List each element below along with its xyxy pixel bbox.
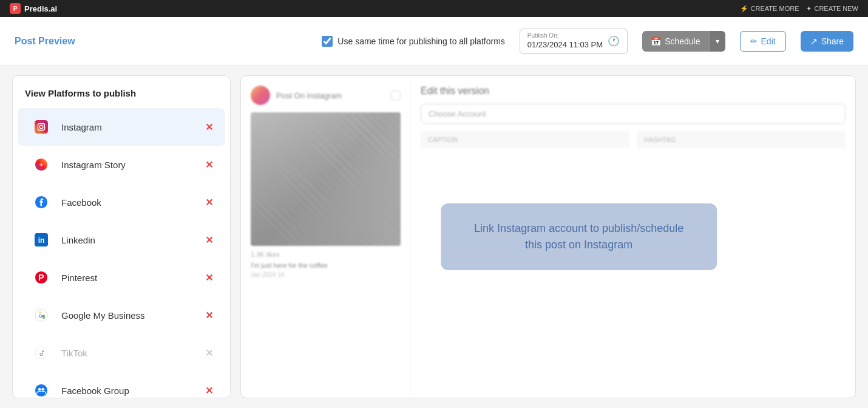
svg-point-17 [35,384,47,396]
platform-item-linkedin[interactable]: in Linkedin✕ [18,221,225,259]
platform-icon-linkedin: in [30,228,53,251]
logo-icon: P [10,3,21,14]
platform-name: Facebook [61,197,197,208]
publish-on-label: Publish On: [527,33,603,39]
svg-point-19 [41,388,44,391]
remove-platform-icon[interactable]: ✕ [205,197,213,208]
preview-post-label: Post On Instagram [276,91,342,100]
share-button[interactable]: ↗ Share [801,31,853,52]
remove-platform-icon[interactable]: ✕ [205,234,213,246]
remove-platform-icon[interactable]: ✕ [205,310,213,321]
platform-item-instagram[interactable]: Instagram✕ [18,108,225,146]
preview-left: Post On Instagram 1.3K likes I'm just he… [241,76,411,398]
platform-item-google-my-business[interactable]: G o ● g Google My Business✕ [18,296,225,334]
platform-name: Pinterest [61,273,197,283]
publish-on-box[interactable]: Publish On: 01/23/2024 11:03 PM 🕐 [520,29,628,54]
platform-name: Linkedin [61,235,197,245]
header: Post Preview Use same time for publishin… [0,17,868,66]
edit-button[interactable]: ✏ Edit [740,31,786,52]
remove-platform-icon[interactable]: ✕ [205,385,213,396]
link-overlay: Link Instagram account to publish/schedu… [441,203,717,270]
platform-item-facebook[interactable]: Facebook✕ [18,183,225,221]
lightning-icon: ⚡ [740,5,748,13]
create-new-button[interactable]: ✦ CREATE NEW [806,5,858,13]
remove-platform-icon[interactable]: ✕ [205,347,213,359]
same-time-checkbox[interactable] [322,36,333,47]
publish-on-value: 01/23/2024 11:03 PM [527,40,603,49]
svg-text:g: g [42,313,45,319]
platform-icon-tiktok [30,341,53,364]
create-more-button[interactable]: ⚡ CREATE MORE [740,5,799,13]
logo-text: Predis.ai [24,4,57,13]
svg-text:in: in [38,236,45,245]
platform-icon-instagram-story: + [30,153,53,176]
left-panel: View Platforms to publish Instagram✕ + I… [12,75,231,398]
preview-header: Post On Instagram [251,86,401,105]
plus-icon: ✦ [806,5,812,13]
preview-image [251,112,401,246]
svg-text:P: P [38,273,44,282]
pencil-icon: ✏ [750,36,758,46]
publish-on-info: Publish On: 01/23/2024 11:03 PM [527,33,603,50]
same-time-label: Use same time for publishing to all plat… [337,36,504,46]
share-icon: ↗ [810,36,818,46]
preview-checkbox[interactable] [391,90,401,100]
schedule-dropdown-button[interactable]: ▾ [709,31,725,52]
calendar-icon: 📅 [651,36,661,46]
platform-icon-facebook [30,191,53,214]
clock-icon[interactable]: 🕐 [608,35,620,47]
platform-name: Instagram [61,122,197,132]
svg-point-3 [44,124,45,125]
right-panel: Post On Instagram 1.3K likes I'm just he… [240,75,856,398]
svg-text:●: ● [39,310,41,314]
logo: P Predis.ai [10,3,57,14]
main-content: View Platforms to publish Instagram✕ + I… [0,66,868,408]
platform-icon-instagram [30,115,53,138]
platform-icon-pinterest: P [30,266,53,289]
preview-caption: I'm just here for the coffee [251,262,401,269]
platform-list: Instagram✕ + Instagram Story✕ Facebook✕ … [13,108,230,398]
schedule-button[interactable]: 📅 Schedule [642,31,708,52]
preview-date: Jan 2024 14 [251,271,401,278]
platform-item-facebook-group[interactable]: Facebook Group✕ [18,372,225,398]
preview-stats: 1.3K likes [251,251,401,258]
panel-title: View Platforms to publish [13,88,230,108]
platform-item-pinterest[interactable]: P Pinterest✕ [18,259,225,296]
same-time-row: Use same time for publishing to all plat… [322,36,504,47]
svg-rect-0 [35,120,48,134]
same-time-checkbox-wrapper[interactable]: Use same time for publishing to all plat… [322,36,504,47]
choose-account-select[interactable]: Choose Account [421,104,846,124]
platform-icon-facebook-group [30,379,53,398]
post-preview-title: Post Preview [15,36,75,47]
caption-block: CAPTION [421,131,629,148]
hashtag-block: HASHTAG [637,131,846,148]
svg-point-18 [38,388,41,391]
remove-platform-icon[interactable]: ✕ [205,159,213,171]
top-bar: P Predis.ai ⚡ CREATE MORE ✦ CREATE NEW [0,0,868,17]
platform-name: TikTok [61,348,197,358]
remove-platform-icon[interactable]: ✕ [205,272,213,284]
platform-item-instagram-story[interactable]: + Instagram Story✕ [18,146,225,183]
platform-item-tiktok[interactable]: TikTok✕ [18,334,225,372]
edit-version-title: Edit this version [421,86,846,97]
platform-icon-gmb: G o ● g [30,304,53,327]
schedule-group: 📅 Schedule ▾ [642,31,725,52]
top-bar-right: ⚡ CREATE MORE ✦ CREATE NEW [740,5,858,13]
remove-platform-icon[interactable]: ✕ [205,121,213,133]
platform-name: Instagram Story [61,160,197,170]
top-bar-left: P Predis.ai [10,3,57,14]
link-overlay-text: Link Instagram account to publish/schedu… [474,222,683,251]
preview-ig-icon [251,86,270,105]
caption-hashtag-row: CAPTION HASHTAG [421,131,846,148]
platform-name: Facebook Group [61,386,197,396]
preview-image-inner [251,112,401,246]
platform-name: Google My Business [61,310,197,321]
svg-text:+: + [39,161,43,168]
